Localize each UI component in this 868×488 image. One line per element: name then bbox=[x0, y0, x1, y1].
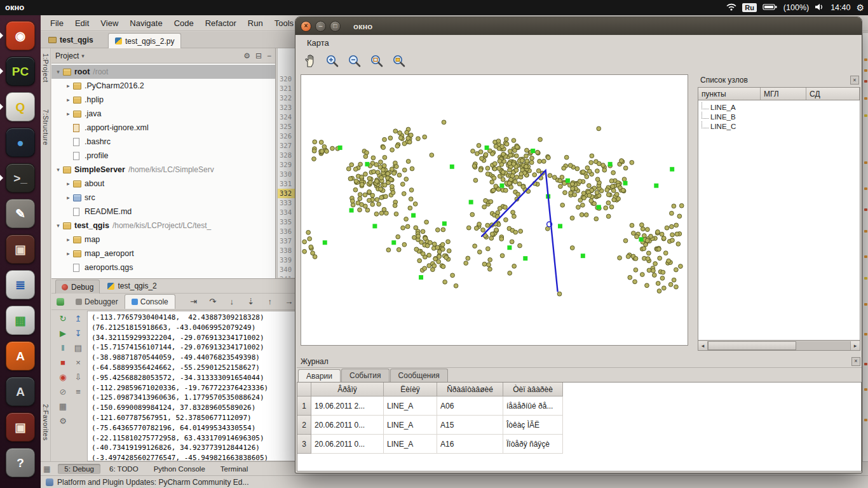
pause-button[interactable]: ‖ bbox=[57, 341, 69, 354]
project-settings-icon[interactable]: ⚙ bbox=[243, 51, 250, 60]
node-item-LINE_B[interactable]: LINE_B bbox=[698, 112, 860, 121]
launcher-item-dash-home[interactable]: ◉ bbox=[0, 18, 41, 53]
launcher-item-help[interactable]: ? bbox=[0, 445, 41, 480]
battery-icon[interactable] bbox=[763, 2, 778, 13]
clear-output-button[interactable]: × bbox=[72, 356, 85, 369]
journal-row[interactable]: 320.06.2011 0...LINE_AA16Ïîòåðÿ ñâÿçè bbox=[297, 435, 861, 454]
qgis-titlebar[interactable]: × – □ окно bbox=[295, 17, 862, 35]
map-canvas[interactable] bbox=[301, 74, 688, 346]
close-button[interactable]: × bbox=[301, 21, 311, 32]
mute-breakpoints-button[interactable]: ⊘ bbox=[57, 385, 69, 398]
breadcrumb[interactable]: test_qgis bbox=[48, 36, 93, 44]
clock[interactable]: 14:40 bbox=[831, 3, 850, 12]
stop-button[interactable]: ■ bbox=[57, 356, 69, 369]
menu-karta[interactable]: Карта bbox=[302, 37, 334, 49]
journal-tab-События[interactable]: События bbox=[341, 369, 390, 382]
tree-item-.hplip[interactable]: ▸.hplip bbox=[51, 93, 275, 107]
tree-item-.java[interactable]: ▸.java bbox=[51, 107, 275, 121]
scroll-left-icon[interactable]: ◂ bbox=[698, 341, 708, 350]
tree-item-map_aeroport[interactable]: ▸map_aeroport bbox=[51, 247, 275, 261]
launcher-item-app-dark-a[interactable]: A bbox=[0, 374, 41, 409]
run-to-cursor-button[interactable]: → bbox=[283, 296, 295, 308]
scroll-track[interactable] bbox=[708, 341, 850, 350]
launcher-item-app-red-box[interactable]: ▣ bbox=[0, 409, 41, 445]
scroll-right-icon[interactable]: ▸ bbox=[850, 341, 860, 350]
frame-up-button[interactable]: ↥ bbox=[72, 312, 85, 325]
launcher-item-text-editor[interactable]: ✎ bbox=[0, 196, 41, 231]
nodes-hscrollbar[interactable]: ◂ ▸ bbox=[698, 341, 860, 351]
tree-item-README.md[interactable]: README.md bbox=[51, 205, 275, 219]
zoom-full-tool-button[interactable] bbox=[369, 53, 385, 69]
scroll-to-end-button[interactable]: ⇩ bbox=[72, 370, 85, 383]
editor-error-stripe[interactable] bbox=[862, 33, 868, 461]
rerun-button[interactable]: ↻ bbox=[57, 312, 69, 325]
wifi-icon[interactable] bbox=[726, 2, 736, 13]
tool-tab-5-debug[interactable]: 5: Debug bbox=[58, 464, 100, 474]
menu-refactor[interactable]: Refactor bbox=[200, 18, 242, 28]
tree-item-map[interactable]: ▸map bbox=[51, 233, 275, 247]
show-execution-point-button[interactable]: ⇥ bbox=[188, 296, 200, 308]
editor-tab[interactable]: test_qgis_2.py bbox=[108, 33, 181, 48]
launcher-item-lo-impress[interactable]: A bbox=[0, 338, 41, 374]
soft-wrap-button[interactable]: ≡ bbox=[72, 385, 85, 398]
tab-debugger[interactable]: Debugger bbox=[69, 295, 125, 309]
resume-button[interactable]: ▶ bbox=[57, 327, 69, 339]
tree-item-.profile[interactable]: .profile bbox=[51, 149, 275, 163]
zoom-in-tool-button[interactable] bbox=[324, 53, 341, 69]
show-variables-button[interactable]: ▤ bbox=[72, 341, 85, 354]
tree-item-SimpleServer[interactable]: ▾SimpleServer /home/kis/LC/SimpleServ bbox=[51, 163, 275, 177]
restore-layout-button[interactable]: ▦ bbox=[57, 400, 69, 412]
nodes-column-МГЛ[interactable]: МГЛ bbox=[761, 88, 806, 100]
editor-gutter[interactable]: 3203213223233243253263273283293303313323… bbox=[277, 48, 295, 278]
launcher-item-lo-writer[interactable]: ≣ bbox=[0, 267, 41, 302]
launcher-item-pycharm[interactable]: PC bbox=[0, 53, 41, 89]
launcher-item-software-center[interactable]: ● bbox=[0, 125, 41, 160]
tree-item-.apport-ignore.xml[interactable]: .apport-ignore.xml bbox=[51, 121, 275, 135]
launcher-item-terminal[interactable]: >_ bbox=[0, 160, 41, 196]
tool-tab-6-todo[interactable]: 6: TODO bbox=[103, 464, 145, 474]
step-over-button[interactable]: ↷ bbox=[207, 296, 219, 308]
pan-tool-button[interactable] bbox=[302, 53, 318, 69]
force-step-into-button[interactable]: ⇣ bbox=[245, 296, 257, 308]
nodes-column-пункты[interactable]: пункты bbox=[698, 88, 761, 100]
tool-window-switcher-icon[interactable]: ▦ bbox=[43, 464, 50, 473]
journal-close-icon[interactable]: × bbox=[851, 357, 860, 366]
debug-window-tab[interactable]: Debug bbox=[55, 280, 100, 294]
hide-panel-icon[interactable]: − bbox=[267, 51, 271, 60]
settings-button[interactable]: ⚙ bbox=[57, 414, 69, 427]
step-into-button[interactable]: ↓ bbox=[226, 296, 238, 308]
menu-file[interactable]: File bbox=[44, 18, 69, 28]
status-message[interactable]: Platform and Plugin Updates: PyCharm Com… bbox=[57, 478, 248, 487]
tool-tab-terminal[interactable]: Terminal bbox=[214, 464, 254, 474]
menu-run[interactable]: Run bbox=[242, 18, 269, 28]
launcher-item-package-manager[interactable]: ▣ bbox=[0, 231, 41, 267]
notification-icon[interactable] bbox=[46, 478, 53, 486]
tool-stripe-structure[interactable]: 7:Structure bbox=[42, 109, 50, 146]
tool-stripe-favorites[interactable]: 2:Favorites bbox=[42, 404, 50, 440]
journal-row[interactable]: 220.06.2011 0...LINE_AA15Îòêàç ÌÃË bbox=[297, 416, 861, 435]
session-menu-gear-icon[interactable]: ⚙ bbox=[856, 3, 864, 13]
menu-view[interactable]: View bbox=[95, 18, 124, 28]
tree-item-test_qgis[interactable]: ▾test_qgis /home/kis/LCProject/LC/test_ bbox=[51, 219, 275, 233]
journal-tab-Аварии[interactable]: Аварии bbox=[298, 369, 341, 383]
tree-item-about[interactable]: ▸about bbox=[51, 177, 275, 191]
node-item-LINE_C[interactable]: LINE_C bbox=[698, 121, 860, 131]
launcher-item-lo-calc[interactable]: ▦ bbox=[0, 302, 41, 338]
tree-item-.PyCharm2016.2[interactable]: ▸.PyCharm2016.2 bbox=[51, 79, 275, 93]
menu-code[interactable]: Code bbox=[168, 18, 200, 28]
nodes-column-СД[interactable]: СД bbox=[806, 88, 860, 100]
menu-edit[interactable]: Edit bbox=[69, 18, 95, 28]
tree-item-aeroports.qgs[interactable]: aeroports.qgs bbox=[51, 261, 275, 274]
tree-item-root[interactable]: ▾root /root bbox=[51, 65, 275, 79]
maximize-button[interactable]: □ bbox=[330, 21, 341, 32]
collapse-all-icon[interactable]: ⊟ bbox=[255, 51, 262, 60]
launcher-item-qgis[interactable]: Q bbox=[0, 89, 41, 125]
volume-icon[interactable] bbox=[815, 2, 825, 13]
menu-navigate[interactable]: Navigate bbox=[124, 18, 168, 28]
tree-item-.bashrc[interactable]: .bashrc bbox=[51, 135, 275, 149]
step-out-button[interactable]: ↑ bbox=[264, 296, 276, 308]
tab-console[interactable]: Console bbox=[125, 294, 175, 309]
project-panel-title[interactable]: Project ▾ bbox=[55, 51, 85, 60]
node-item-LINE_A[interactable]: LINE_A bbox=[698, 102, 860, 112]
minimize-button[interactable]: – bbox=[315, 21, 326, 32]
